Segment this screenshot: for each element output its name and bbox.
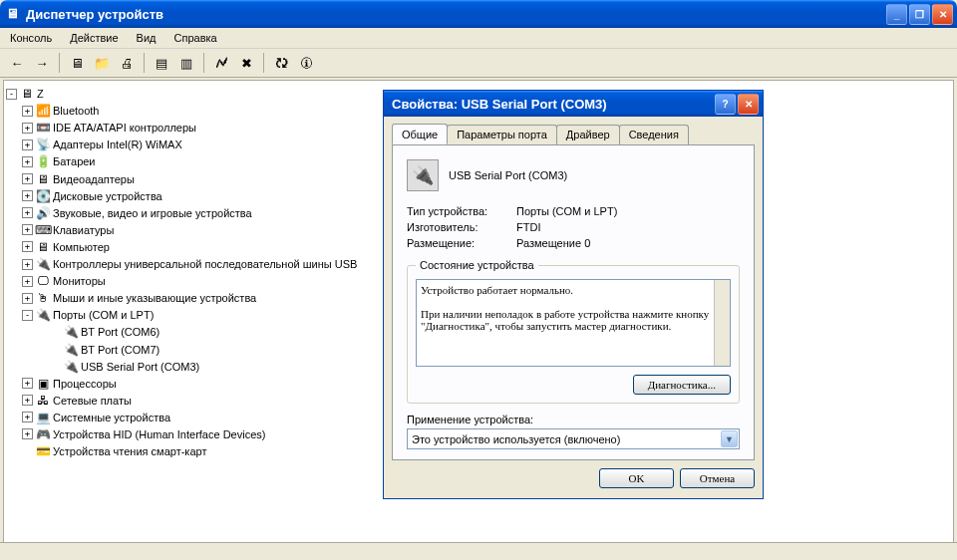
tree-item-icon: ▣	[35, 376, 51, 392]
tree-item-label: Процессоры	[53, 378, 117, 390]
nav-forward-button[interactable]: →	[31, 52, 53, 74]
tree-item-label: Порты (COM и LPT)	[53, 309, 154, 321]
tree-item-icon: 🔌	[63, 324, 79, 340]
maximize-button[interactable]: ❐	[909, 4, 930, 25]
device-icon: 🔌	[407, 159, 439, 191]
tree-item-label: Батареи	[53, 155, 96, 167]
label-manufacturer: Изготовитель:	[407, 221, 516, 233]
toolbar: ← → 🖥 📁 🖨 ▤ ▥ 🗲 ✖ 🗘 🛈	[0, 49, 957, 78]
status-legend: Состояние устройства	[416, 259, 538, 271]
tree-item-icon: 💳	[35, 443, 51, 459]
scan-icon[interactable]: 🗲	[210, 52, 232, 74]
tree-item-label: Устройства чтения смарт-карт	[53, 445, 206, 457]
tree-item-label: USB Serial Port (COM3)	[81, 361, 199, 373]
tree-item-icon: 🔌	[35, 307, 51, 323]
value-device-type: Порты (COM и LPT)	[516, 205, 617, 217]
props2-icon[interactable]: ▥	[175, 52, 197, 74]
expand-toggle[interactable]: +	[22, 395, 33, 406]
tree-root-label: Z	[37, 88, 44, 100]
tree-item-icon: 🔌	[63, 342, 79, 358]
tree-item-icon: 🔋	[35, 153, 51, 169]
expand-toggle[interactable]: +	[22, 224, 33, 235]
expand-toggle[interactable]: +	[22, 378, 33, 389]
window-titlebar: 🖥 Диспетчер устройств _ ❐ ✕	[0, 0, 957, 28]
label-location: Размещение:	[407, 237, 516, 249]
tree-item-label: Звуковые, видео и игровые устройства	[53, 207, 252, 219]
tree-item-icon: 💻	[35, 410, 51, 425]
computer-icon[interactable]: 🖥	[66, 52, 88, 74]
expand-toggle[interactable]: -	[6, 89, 17, 100]
menu-view[interactable]: Вид	[133, 30, 160, 46]
tree-item-label: Мониторы	[53, 275, 106, 287]
nav-back-button[interactable]: ←	[6, 52, 28, 74]
tree-item-icon: 🖥	[35, 171, 51, 187]
tree-item-label: IDE ATA/ATAPI контроллеры	[53, 122, 196, 134]
tree-item-label: Адаптеры Intel(R) WiMAX	[53, 139, 182, 150]
tree-item-icon: ⌨	[35, 222, 51, 238]
troubleshoot-button[interactable]: Диагностика...	[633, 375, 731, 395]
expand-toggle[interactable]: +	[22, 156, 33, 167]
expand-toggle[interactable]: +	[22, 276, 33, 287]
tree-item-label: BT Port (COM6)	[81, 326, 160, 338]
label-device-type: Тип устройства:	[407, 205, 516, 217]
tree-item-label: Дисковые устройства	[53, 190, 162, 202]
tree-item-icon: 📼	[35, 120, 51, 136]
expand-toggle[interactable]: +	[22, 190, 33, 201]
close-button[interactable]: ✕	[932, 4, 953, 25]
tree-icon[interactable]: 📁	[91, 52, 113, 74]
expand-toggle[interactable]: +	[22, 428, 33, 439]
tree-item-label: Сетевые платы	[53, 395, 132, 407]
tree-item-icon: 🎮	[35, 426, 51, 442]
print-icon[interactable]: 🖨	[116, 52, 138, 74]
tree-item-icon: 🔌	[35, 256, 51, 272]
status-scrollbar[interactable]	[714, 280, 730, 366]
expand-toggle[interactable]: +	[22, 412, 33, 422]
expand-toggle[interactable]: +	[22, 241, 33, 252]
expand-toggle[interactable]: +	[22, 207, 33, 218]
usage-value: Это устройство используется (включено)	[412, 433, 620, 445]
menubar: Консоль Действие Вид Справка	[0, 28, 957, 49]
usage-combo[interactable]: Это устройство используется (включено) ▼	[407, 428, 740, 449]
expand-toggle[interactable]: +	[22, 140, 33, 150]
tree-item-label: Видеоадаптеры	[53, 173, 135, 185]
tree-item-label: Клавиатуры	[53, 224, 114, 236]
expand-toggle[interactable]: +	[22, 106, 33, 117]
minimize-button[interactable]: _	[886, 4, 907, 25]
app-icon: 🖥	[6, 6, 22, 22]
tree-item-icon: 🖱	[35, 290, 51, 306]
tab-general[interactable]: Общие	[392, 124, 448, 144]
remove-icon[interactable]: ✖	[235, 52, 257, 74]
tab-details[interactable]: Сведения	[619, 125, 689, 144]
status-text[interactable]: Устройство работает нормально. При налич…	[416, 279, 731, 367]
tree-item-label: Bluetooth	[53, 105, 99, 117]
computer-icon: 🖥	[19, 86, 35, 102]
tree-item-label: Контроллеры универсальной последовательн…	[53, 258, 357, 270]
help-icon[interactable]: 🛈	[295, 52, 317, 74]
ok-button[interactable]: OK	[599, 468, 674, 488]
menu-help[interactable]: Справка	[170, 30, 221, 46]
dialog-close-button[interactable]: ✕	[738, 94, 759, 115]
dialog-titlebar: Свойства: USB Serial Port (COM3) ? ✕	[384, 91, 763, 117]
tab-driver[interactable]: Драйвер	[556, 125, 620, 144]
props-icon[interactable]: ▤	[151, 52, 172, 74]
expand-toggle[interactable]: -	[22, 310, 33, 321]
device-name: USB Serial Port (COM3)	[449, 169, 567, 181]
refresh-icon[interactable]: 🗘	[270, 52, 292, 74]
chevron-down-icon[interactable]: ▼	[721, 430, 738, 447]
dialog-help-button[interactable]: ?	[715, 94, 736, 115]
expand-toggle[interactable]: +	[22, 259, 33, 270]
status-fieldset: Состояние устройства Устройство работает…	[407, 259, 740, 404]
menu-action[interactable]: Действие	[66, 30, 122, 46]
usage-label: Применение устройства:	[407, 414, 740, 425]
status-bar	[0, 542, 957, 560]
expand-toggle[interactable]: +	[22, 173, 33, 184]
expand-toggle[interactable]: +	[22, 123, 33, 134]
value-manufacturer: FTDI	[516, 221, 540, 233]
tree-item-icon: 📡	[35, 137, 51, 152]
tree-item-label: Мыши и иные указывающие устройства	[53, 292, 256, 304]
expand-toggle[interactable]: +	[22, 293, 33, 304]
tab-port[interactable]: Параметры порта	[447, 125, 557, 144]
properties-dialog: Свойства: USB Serial Port (COM3) ? ✕ Общ…	[383, 90, 764, 499]
menu-console[interactable]: Консоль	[6, 30, 56, 46]
cancel-button[interactable]: Отмена	[680, 468, 755, 488]
